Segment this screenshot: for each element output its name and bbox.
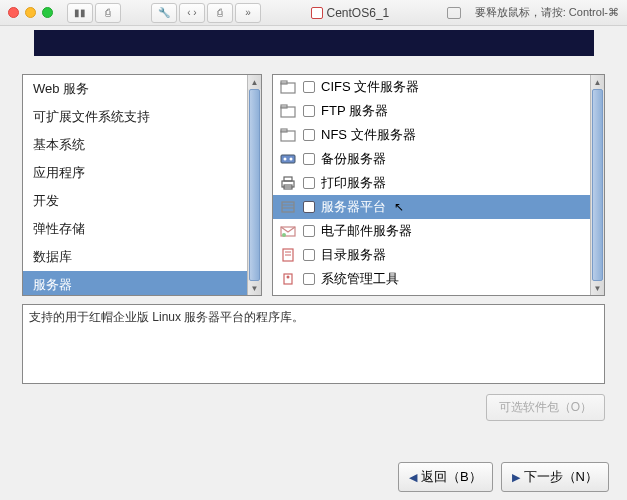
package-item[interactable]: 目录服务器 [273, 243, 590, 267]
scroll-up-icon[interactable]: ▲ [248, 75, 261, 89]
package-label: 服务器平台 [321, 198, 386, 216]
arrow-right-icon: ▶ [512, 471, 520, 484]
category-item[interactable]: 基本系统 [23, 131, 247, 159]
category-item[interactable]: 数据库 [23, 243, 247, 271]
package-checkbox[interactable] [303, 153, 315, 165]
package-list[interactable]: CIFS 文件服务器FTP 服务器NFS 文件服务器备份服务器打印服务器服务器平… [273, 75, 590, 295]
window-titlebar: ▮▮ ⎙ 🔧 ‹ › ⎙ » CentOS6_1 要释放鼠标，请按: Contr… [0, 0, 627, 26]
server-icon [279, 199, 297, 215]
toolbar-btn-settings-icon[interactable]: 🔧 [151, 3, 177, 23]
package-checkbox[interactable] [303, 249, 315, 261]
close-icon[interactable] [8, 7, 19, 18]
package-item[interactable]: 电子邮件服务器 [273, 219, 590, 243]
svg-rect-12 [282, 202, 294, 212]
package-checkbox[interactable] [303, 273, 315, 285]
optional-packages-button[interactable]: 可选软件包（O） [486, 394, 605, 421]
zoom-icon[interactable] [42, 7, 53, 18]
category-item[interactable]: 开发 [23, 187, 247, 215]
arrow-left-icon: ◀ [409, 471, 417, 484]
printer-icon [279, 175, 297, 191]
package-panel: CIFS 文件服务器FTP 服务器NFS 文件服务器备份服务器打印服务器服务器平… [272, 74, 605, 296]
scrollbar-thumb[interactable] [592, 89, 603, 281]
package-label: NFS 文件服务器 [321, 126, 416, 144]
next-button[interactable]: ▶下一步（N） [501, 462, 609, 492]
package-item[interactable]: 备份服务器 [273, 147, 590, 171]
traffic-lights [8, 7, 53, 18]
scroll-up-icon[interactable]: ▲ [591, 75, 604, 89]
category-item[interactable]: 服务器 [23, 271, 247, 295]
package-item[interactable]: FTP 服务器 [273, 99, 590, 123]
svg-rect-10 [284, 177, 292, 181]
package-item[interactable]: 系统管理工具 [273, 267, 590, 291]
svg-point-16 [282, 233, 286, 237]
scrollbar[interactable]: ▲ ▼ [247, 75, 261, 295]
description-text: 支持的用于红帽企业版 Linux 服务器平台的程序库。 [29, 310, 304, 324]
folder-icon [279, 79, 297, 95]
package-checkbox[interactable] [303, 177, 315, 189]
mail-icon [279, 223, 297, 239]
category-item[interactable]: 弹性存储 [23, 215, 247, 243]
centos-icon [311, 7, 323, 19]
toolbar-btn-more-icon[interactable]: » [235, 3, 261, 23]
package-checkbox[interactable] [303, 225, 315, 237]
scroll-down-icon[interactable]: ▼ [591, 281, 604, 295]
svg-point-8 [290, 158, 293, 161]
package-item[interactable]: 打印服务器 [273, 171, 590, 195]
mouse-hint: 要释放鼠标，请按: Control-⌘ [475, 5, 619, 20]
minimize-icon[interactable] [25, 7, 36, 18]
package-checkbox[interactable] [303, 81, 315, 93]
package-label: 打印服务器 [321, 174, 386, 192]
svg-rect-6 [281, 155, 295, 163]
toolbar-btn-snapshot-icon[interactable]: ⎙ [95, 3, 121, 23]
wizard-footer: ◀返回（B） ▶下一步（N） [398, 462, 609, 492]
package-label: FTP 服务器 [321, 102, 388, 120]
back-button[interactable]: ◀返回（B） [398, 462, 493, 492]
svg-point-21 [287, 276, 290, 279]
header-banner [34, 30, 594, 56]
toolbar-group-center: 🔧 ‹ › ⎙ » [151, 3, 261, 23]
window-title: CentOS6_1 [267, 6, 433, 20]
package-label: 目录服务器 [321, 246, 386, 264]
folder-icon [279, 127, 297, 143]
package-label: 电子邮件服务器 [321, 222, 412, 240]
category-list[interactable]: Web 服务可扩展文件系统支持基本系统应用程序开发弹性存储数据库服务器桌面 [23, 75, 247, 295]
category-item[interactable]: 可扩展文件系统支持 [23, 103, 247, 131]
package-item[interactable]: 服务器平台↖ [273, 195, 590, 219]
scrollbar-thumb[interactable] [249, 89, 260, 281]
scrollbar[interactable]: ▲ ▼ [590, 75, 604, 295]
toolbar-group-left: ▮▮ ⎙ [67, 3, 121, 23]
category-item[interactable]: Web 服务 [23, 75, 247, 103]
package-item[interactable]: NFS 文件服务器 [273, 123, 590, 147]
package-item[interactable]: CIFS 文件服务器 [273, 75, 590, 99]
toolbar-btn-pause-icon[interactable]: ▮▮ [67, 3, 93, 23]
package-checkbox[interactable] [303, 105, 315, 117]
description-box: 支持的用于红帽企业版 Linux 服务器平台的程序库。 [22, 304, 605, 384]
category-panel: Web 服务可扩展文件系统支持基本系统应用程序开发弹性存储数据库服务器桌面 ▲ … [22, 74, 262, 296]
toolbar-window-icon[interactable] [447, 7, 461, 19]
tool-icon [279, 271, 297, 287]
package-label: 系统管理工具 [321, 270, 399, 288]
dir-icon [279, 247, 297, 263]
package-checkbox[interactable] [303, 129, 315, 141]
package-label: CIFS 文件服务器 [321, 78, 419, 96]
package-checkbox[interactable] [303, 201, 315, 213]
folder-icon [279, 103, 297, 119]
toolbar-btn-print-icon[interactable]: ⎙ [207, 3, 233, 23]
cursor-icon: ↖ [394, 200, 404, 214]
category-item[interactable]: 应用程序 [23, 159, 247, 187]
scroll-down-icon[interactable]: ▼ [248, 281, 261, 295]
package-label: 备份服务器 [321, 150, 386, 168]
svg-point-7 [284, 158, 287, 161]
tape-icon [279, 151, 297, 167]
toolbar-btn-resize-icon[interactable]: ‹ › [179, 3, 205, 23]
